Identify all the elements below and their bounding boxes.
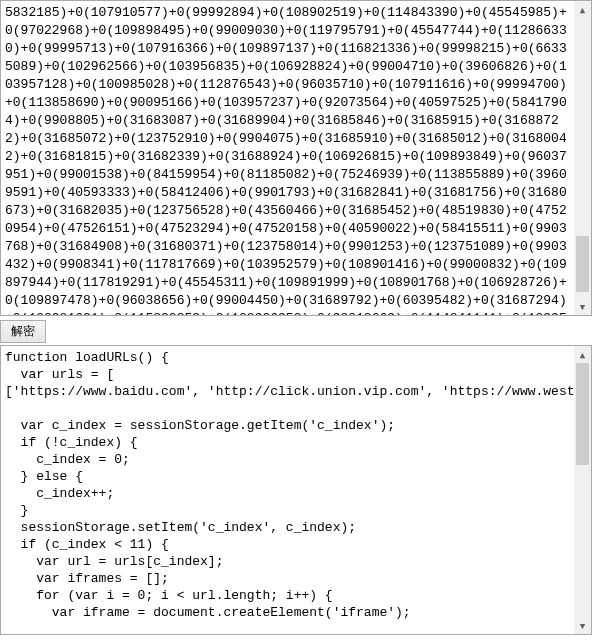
top-scroll-thumb[interactable]	[576, 236, 589, 292]
bottom-scroll-track[interactable]	[574, 363, 591, 617]
bottom-scrollbar[interactable]: ▲ ▼	[574, 346, 591, 634]
scroll-up-icon[interactable]: ▲	[574, 346, 591, 363]
top-scrollbar[interactable]: ▲ ▼	[574, 1, 591, 315]
button-row: 解密	[0, 320, 592, 343]
scroll-down-icon[interactable]: ▼	[574, 298, 591, 315]
decoded-code-content[interactable]: function loadURLs() { var urls = [ ['htt…	[1, 346, 574, 634]
decoded-code-panel: function loadURLs() { var urls = [ ['htt…	[0, 345, 592, 635]
scroll-down-icon[interactable]: ▼	[574, 617, 591, 634]
encoded-text-content[interactable]: 5832185)+0(107910577)+0(99992894)+0(1089…	[1, 1, 574, 315]
scroll-up-icon[interactable]: ▲	[574, 1, 591, 18]
bottom-scroll-thumb[interactable]	[576, 363, 589, 465]
decrypt-button[interactable]: 解密	[0, 320, 46, 343]
encoded-text-panel: 5832185)+0(107910577)+0(99992894)+0(1089…	[0, 0, 592, 316]
top-scroll-track[interactable]	[574, 18, 591, 298]
